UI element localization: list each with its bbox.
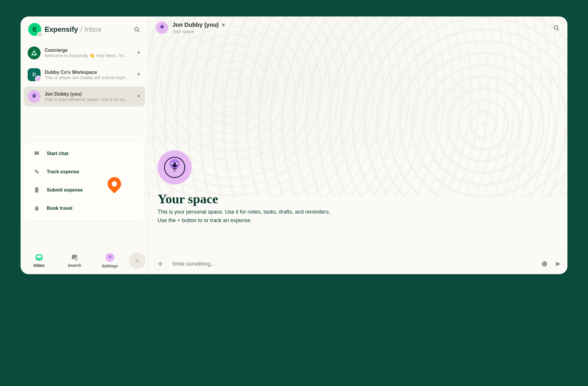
compose-fab[interactable] [129,252,146,269]
action-submit-expense[interactable]: Submit expense [26,181,142,199]
list-item-title: Concierge [45,48,131,53]
inbox-icon [35,254,43,261]
emoji-icon[interactable] [541,260,548,267]
chat-subtitle: Your space [172,29,225,34]
pin-icon[interactable] [136,94,141,99]
svg-point-6 [34,170,38,172]
svg-point-5 [35,95,35,95]
bottom-nav: Inbox Search Settings [21,250,148,274]
avatar [28,46,41,59]
app-window: E ▾ Expensify / Inbox Concierge Welcome … [21,16,567,274]
chat-list: Concierge Welcome to Expensify 👋 Hey the… [21,41,148,108]
svg-point-20 [172,163,173,164]
sidebar-header: E ▾ Expensify / Inbox [21,16,148,41]
list-item-title: Dubby Co's Workspace [45,70,131,75]
chevron-down-icon: ▾ [222,21,225,28]
chevron-down-icon[interactable]: ▾ [37,32,42,37]
svg-point-22 [542,261,547,267]
avatar-icon [106,253,114,262]
nav-search[interactable]: Search [58,254,91,268]
space-avatar [158,150,192,184]
action-start-chat[interactable]: Start chat [26,144,142,163]
list-item-preview: This is your personal space. Use it for … [45,97,130,102]
space-hint: Use the + button to or track an expense. [158,217,558,224]
svg-point-11 [74,257,77,260]
compose-input[interactable] [170,258,537,270]
search-icon[interactable] [133,26,140,33]
svg-point-0 [135,27,138,31]
list-item-title: Jon Dubby (you) [45,91,131,97]
action-label: Book travel [47,206,72,211]
svg-point-23 [543,263,544,264]
search-in-chat-icon[interactable] [553,24,560,31]
avatar: D [28,68,41,81]
action-book-travel[interactable]: Book travel [26,199,142,217]
receipt-icon [33,187,41,193]
nav-inbox[interactable]: Inbox [23,254,55,268]
luggage-icon [33,205,41,212]
action-label: Track expense [47,169,79,174]
list-item-preview: This is where Jon Dubby will submit expe… [45,75,130,80]
svg-point-16 [554,26,558,29]
search-chat-icon [71,254,78,261]
nav-label: Search [68,263,81,268]
space-description: This is your personal space. Use it for … [158,209,558,215]
action-label: Start chat [47,151,69,156]
list-item-personal[interactable]: Jon Dubby (you) This is your personal sp… [24,86,145,107]
action-label: Submit expense [47,187,83,193]
app-logo[interactable]: E ▾ [28,23,41,36]
coins-icon [33,169,41,175]
add-button[interactable] [154,258,166,270]
send-icon[interactable] [554,260,562,267]
list-item-preview: Welcome to Expensify 👋 Hey there, I'm Co… [45,53,130,58]
svg-rect-9 [36,206,37,207]
pin-icon[interactable] [136,50,141,56]
action-track-expense[interactable]: Track expense [26,163,142,181]
quick-actions-card: Start chat Track expense Submit expense … [24,141,145,221]
avatar [28,90,41,103]
svg-point-13 [108,255,112,259]
space-title: Your space [158,192,558,207]
chat-content: Your space This is your personal space. … [148,39,567,253]
chat-icon [33,150,41,157]
breadcrumb: / Inbox [80,25,101,34]
chat-title[interactable]: Jon Dubby (you) ▾ [172,21,225,28]
svg-point-4 [33,95,34,95]
svg-point-24 [545,263,546,264]
compose-bar [148,253,567,274]
nav-label: Settings [102,264,118,268]
list-item-workspace[interactable]: D Dubby Co's Workspace This is where Jon… [24,65,145,85]
sidebar: E ▾ Expensify / Inbox Concierge Welcome … [21,16,148,274]
pin-icon[interactable] [136,72,141,77]
avatar[interactable] [156,21,168,34]
svg-point-7 [36,172,39,173]
nav-label: Inbox [34,263,44,268]
nav-settings[interactable]: Settings [94,253,126,268]
svg-point-21 [176,163,178,164]
list-item-concierge[interactable]: Concierge Welcome to Expensify 👋 Hey the… [24,43,145,63]
svg-point-1 [33,52,35,54]
main-panel: Jon Dubby (you) ▾ Your space Your space … [148,16,567,274]
chat-header: Jon Dubby (you) ▾ Your space [148,16,567,39]
brand: Expensify [45,25,78,34]
svg-rect-8 [35,207,39,210]
